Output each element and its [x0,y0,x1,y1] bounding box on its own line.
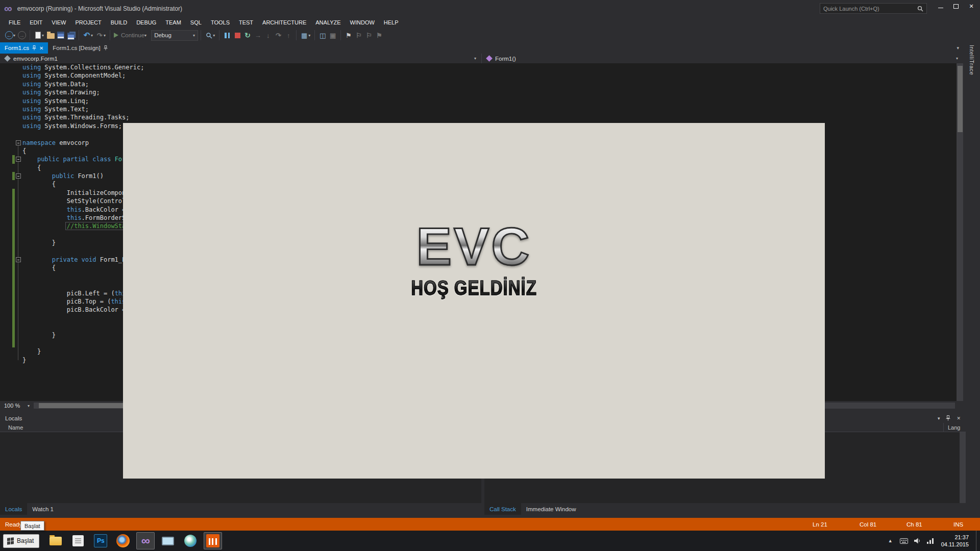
taskbar-media-app-icon[interactable] [181,532,200,549]
find-in-files-button[interactable]: ◫ [317,30,328,41]
code-line[interactable]: using System.Linq; [0,97,957,105]
step-out-button[interactable]: ↑ [283,30,293,41]
solution-explorer-button[interactable]: ▣ [328,30,338,41]
continue-dropdown-icon[interactable]: ▾ [144,33,148,38]
pin-icon[interactable] [946,415,950,421]
stop-debugging-button[interactable] [232,30,242,41]
fold-toggle-icon[interactable] [16,140,21,145]
previous-bookmark-button[interactable]: ⚐ [354,30,364,41]
document-tabbar: Form1.cs✕Form1.cs [Design] ▾ [0,42,963,54]
network-tray-icon[interactable] [927,538,934,544]
panel-tab-call-stack[interactable]: Call Stack [484,503,521,515]
close-tab-icon[interactable]: ✕ [39,45,43,51]
minimize-button[interactable] [933,0,948,12]
redo-button[interactable]: ↷ [94,30,105,41]
menu-file[interactable]: FILE [4,17,25,28]
taskbar-firefox-icon[interactable] [114,532,132,549]
navigate-back-dropdown-icon[interactable]: ▾ [13,33,17,38]
quick-launch-input[interactable]: Quick Launch (Ctrl+Q) [820,3,927,14]
volume-tray-icon[interactable] [914,538,921,544]
menu-tools[interactable]: TOOLS [206,17,234,28]
redo-dropdown-icon[interactable]: ▾ [104,33,107,38]
pin-icon[interactable] [32,45,36,51]
taskbar-clock[interactable]: 21:37 04.11.2015 [941,534,969,548]
hidden-icons-button[interactable]: ▲ [888,538,893,543]
show-next-statement-button[interactable]: → [253,30,263,41]
code-line[interactable]: using System.ComponentModel; [0,71,957,80]
menu-architecture[interactable]: ARCHITECTURE [258,17,311,28]
editor-vertical-scrollbar[interactable] [957,63,963,401]
menu-team[interactable]: TEAM [161,17,186,28]
tab-list-dropdown-icon[interactable]: ▾ [957,45,959,51]
fold-toggle-icon[interactable] [16,157,21,162]
open-file-button[interactable] [45,30,56,41]
menu-window[interactable]: WINDOW [346,17,379,28]
code-map-dropdown-icon[interactable]: ▾ [308,33,312,38]
column-header-language[interactable]: Lang [943,423,960,432]
save-button[interactable] [56,30,66,41]
panel-scrollbar[interactable] [960,432,966,503]
navigate-back-button[interactable]: ← [4,30,14,41]
keyboard-tray-icon[interactable] [900,538,908,544]
code-line[interactable]: using System.Threading.Tasks; [0,113,957,121]
code-line[interactable]: using System.Collections.Generic; [0,63,957,71]
member-dropdown[interactable]: Form1() ▾ [482,54,963,63]
step-into-button[interactable]: ↓ [263,30,273,41]
solution-configuration-dropdown[interactable]: Debug ▾ [151,30,198,41]
menu-view[interactable]: VIEW [47,17,70,28]
next-bookmark-button[interactable]: ⚐ [364,30,374,41]
column-header-name[interactable]: Name [0,424,23,431]
new-file-button[interactable] [33,30,43,41]
menu-help[interactable]: HELP [379,17,403,28]
menu-debug[interactable]: DEBUG [132,17,161,28]
taskbar-visual-studio-icon[interactable]: ∞ [136,532,155,549]
menu-sql[interactable]: SQL [186,17,206,28]
maximize-button[interactable] [948,0,964,12]
taskbar-file-explorer-icon[interactable] [46,532,65,549]
navigate-forward-button[interactable]: → [17,30,27,41]
clear-bookmarks-button[interactable]: ⚑ [374,30,384,41]
menu-project[interactable]: PROJECT [70,17,106,28]
pin-icon[interactable] [104,45,108,51]
document-tab-form1-cs[interactable]: Form1.cs✕ [0,42,48,54]
panel-tab-immediate-window[interactable]: Immediate Window [521,503,581,515]
document-tab-form1-cs-design[interactable]: Form1.cs [Design] [48,42,112,54]
intellitrace-tab[interactable]: IntelliTrace [966,45,977,91]
code-line[interactable]: using System.Drawing; [0,88,957,96]
menu-build[interactable]: BUILD [106,17,132,28]
start-button[interactable]: Başlat [3,534,39,548]
taskbar-screen-capture-icon[interactable] [159,532,177,549]
panel-tab-watch-1[interactable]: Watch 1 [27,503,59,515]
menu-edit[interactable]: EDIT [25,17,47,28]
code-line[interactable]: using System.Data; [0,80,957,88]
restart-button[interactable]: ↻ [242,30,253,41]
code-line[interactable]: using System.Text; [0,105,957,113]
panel-tab-locals[interactable]: Locals [0,503,27,515]
menu-analyze[interactable]: ANALYZE [311,17,345,28]
undo-button[interactable]: ↶ [82,30,92,41]
diagnostics-dropdown-icon[interactable]: ▾ [213,33,216,38]
taskbar-office-app-icon[interactable] [204,532,222,549]
close-icon[interactable]: ✕ [957,416,961,421]
show-desktop-button[interactable] [976,531,980,551]
toggle-bookmark-button[interactable]: ⚑ [344,30,354,41]
fold-toggle-icon[interactable] [16,257,21,262]
save-all-button[interactable] [66,30,76,41]
taskbar-notes-app-icon[interactable] [69,532,87,549]
fold-toggle-icon[interactable] [16,173,21,179]
new-file-dropdown-icon[interactable]: ▾ [42,33,45,38]
scrollbar-thumb[interactable] [958,66,963,132]
code-map-button[interactable]: ▦ [299,30,309,41]
zoom-dropdown[interactable]: 100 % ▾ [0,403,33,409]
window-position-icon[interactable]: ▾ [938,416,940,421]
step-over-button[interactable]: ↷ [273,30,283,41]
type-dropdown[interactable]: emvocorp.Form1 ▾ [0,54,481,63]
diagnostics-button[interactable] [204,30,214,41]
running-app-window[interactable]: EVC HOŞ GELDİNİZ [123,123,825,479]
menu-test[interactable]: TEST [234,17,258,28]
break-all-button[interactable] [222,30,232,41]
undo-dropdown-icon[interactable]: ▾ [91,33,94,38]
continue-button[interactable]: Continue [113,30,145,41]
taskbar-photoshop-icon[interactable]: Ps [91,532,110,549]
close-button[interactable]: ✕ [964,0,979,12]
